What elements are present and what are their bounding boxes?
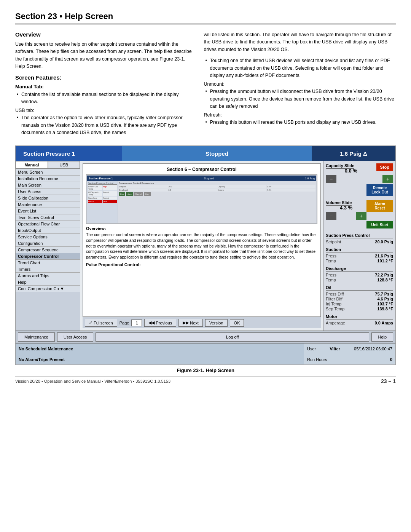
press-diff-value: 75.7 Psig [375,292,393,296]
nav-item[interactable]: Alarms and Trips [16,273,80,279]
run-hours-info: Run Hours 0 [304,354,395,364]
page-title: Section 23 • Help Screen [15,11,396,21]
alarm-reset-button[interactable]: Alarm Reset [366,200,393,212]
discharge-title: Discharge [326,266,393,272]
next-icon: ▶▶ [183,320,189,325]
maintenance-status: No Scheduled Maintenance [16,343,304,354]
version-button[interactable]: Version [205,319,228,327]
nav-item[interactable]: Event List [16,208,80,214]
volume-section: Volume Slide Alarm Reset 4.3 % − + Unit … [326,200,393,230]
tab-manual[interactable]: Manual [16,161,48,169]
sep-temp-label: Sep Temp [326,307,344,311]
stop-button[interactable]: Stop [376,163,393,171]
remote-lockout-button[interactable]: RemoteLock Out [366,184,393,196]
screen-body: Manual USB Menu Screen Installation Reco… [16,161,395,331]
nav-item[interactable]: Service Options [16,234,80,240]
screen-features-heading: Screen Features: [15,74,193,81]
suction-press-title: Suction Press Control [326,233,393,238]
amperage-row: Amperage 0.0 Amps [326,321,393,325]
filter-diff-value: 4.6 Psig [377,297,393,301]
nav-item[interactable]: Menu Screen [16,169,80,176]
nav-item[interactable]: Help [16,279,80,286]
nav-item[interactable]: Installation Recomme [16,176,80,182]
manual-tab-bullet: Contains the list of available manual se… [15,91,193,106]
overview-heading: Overview [15,31,193,38]
inj-temp-row: Inj Temp 103.7 °F [326,302,393,306]
user-access-button[interactable]: User Access [57,332,93,342]
fullscreen-button[interactable]: ⤢ Fullscreen [85,319,117,327]
left-nav-panel: Manual USB Menu Screen Installation Reco… [16,161,80,331]
right-para1: will be listed in this section. The oper… [204,31,396,53]
setpoint-row: Setpoint 20.0 Psig [326,240,393,244]
nav-item[interactable]: Trend Chart [16,260,80,266]
right-column: will be listed in this section. The oper… [204,31,396,139]
unmount-label: Unmount: [204,81,396,87]
page-label: Page [119,321,129,325]
nav-item[interactable]: Input/Output [16,227,80,234]
amperage-value: 0.0 Amps [374,321,393,325]
discharge-press-label: Press [326,273,336,277]
refresh-label: Refresh: [204,112,396,118]
discharge-temp-label: Temp [326,278,336,282]
status-bar: Suction Pressure 1 Stopped 1.6 Psig Δ [16,146,395,161]
volume-increase-button[interactable]: + [356,212,366,220]
discharge-press-value: 72.2 Psig [375,273,393,277]
suction-title: Suction [326,247,393,252]
log-off-button[interactable]: Log off [96,332,369,342]
status-row-2: No Alarm/Trips Present Run Hours 0 [16,354,395,365]
motor-title: Motor [326,314,393,320]
status-psig: 1.6 Psig Δ [312,146,395,161]
inj-temp-label: Inj Temp [326,302,341,306]
unit-start-button[interactable]: Unit Start [366,221,393,228]
volume-decrease-button[interactable]: − [326,212,336,220]
nav-item[interactable]: Maintenance [16,201,80,208]
discharge-temp-row: Temp 128.8 °F [326,278,393,282]
oil-section: Oil Press Diff 75.7 Psig Filter Diff 4.6… [326,285,393,311]
suction-press-label: Press [326,254,336,258]
maintenance-button[interactable]: Maintenance [18,332,55,342]
inner-screenshot: Suction Pressure 1 Stopped 1.6 Psig Suct… [86,174,317,224]
unmount-bullet: Pressing the unmount button will disconn… [204,88,396,110]
suction-section: Suction Press 21.6 Psig Temp 101.2 °F [326,247,393,263]
nav-item[interactable]: Operational Flow Char [16,221,80,227]
simulated-screen: Suction Pressure 1 Stopped 1.6 Psig Δ Ma… [16,146,395,365]
inj-temp-value: 103.7 °F [377,302,393,306]
nav-item-selected[interactable]: Compressor Control [16,253,80,260]
volume-controls: − + [326,212,366,220]
filter-diff-label: Filter Diff [326,297,342,301]
nav-item[interactable]: Compressor Sequenc [16,247,80,253]
previous-button[interactable]: ◀◀ Previous [144,319,176,327]
nav-item[interactable]: Configuration [16,240,80,247]
refresh-bullet: Pressing this button will reread the USB… [204,119,396,126]
motor-section: Motor Amperage 0.0 Amps [326,314,393,325]
right-panel: Capacity Slide Stop 0.0 % − + RemoteLock… [323,161,395,331]
right-bullet1: Touching one of the listed USB devices w… [204,57,396,79]
sep-temp-value: 139.8 °F [377,307,393,311]
nav-item[interactable]: Twin Screw Control [16,214,80,221]
nav-item[interactable]: User Access [16,189,80,195]
filter-diff-row: Filter Diff 4.6 Psig [326,297,393,301]
manual-tab-label: Manual Tab: [15,84,193,89]
figure-container: Suction Pressure 1 Stopped 1.6 Psig Δ Ma… [15,145,396,365]
capacity-decrease-button[interactable]: − [326,175,336,183]
help-button[interactable]: Help [371,332,393,342]
datetime-value: 05/16/2012 06:00:47 [354,347,392,351]
nav-item[interactable]: Timers [16,266,80,273]
capacity-section: Capacity Slide Stop 0.0 % − + RemoteLock… [326,163,393,197]
center-area: Section 6 – Compressor Control Suction P… [80,161,323,331]
nav-item[interactable]: Cool Compression Co ▼ [16,286,80,292]
page-input[interactable] [131,320,142,326]
capacity-increase-button[interactable]: + [382,175,393,183]
footer-right: 23 – 1 [381,378,396,384]
status-stopped: Stopped [122,146,312,161]
nav-item[interactable]: Main Screen [16,182,80,189]
suction-press-value: 21.6 Psig [375,254,393,258]
press-diff-row: Press Diff 75.7 Psig [326,292,393,296]
oil-title: Oil [326,285,393,291]
ok-button[interactable]: OK [230,319,244,327]
overview-paragraph: Use this screen to receive help on other… [15,41,193,70]
tab-usb[interactable]: USB [48,161,80,169]
nav-item[interactable]: Slide Calibration [16,195,80,201]
next-button[interactable]: ▶▶ Next [178,319,203,327]
discharge-press-row: Press 72.2 Psig [326,273,393,277]
